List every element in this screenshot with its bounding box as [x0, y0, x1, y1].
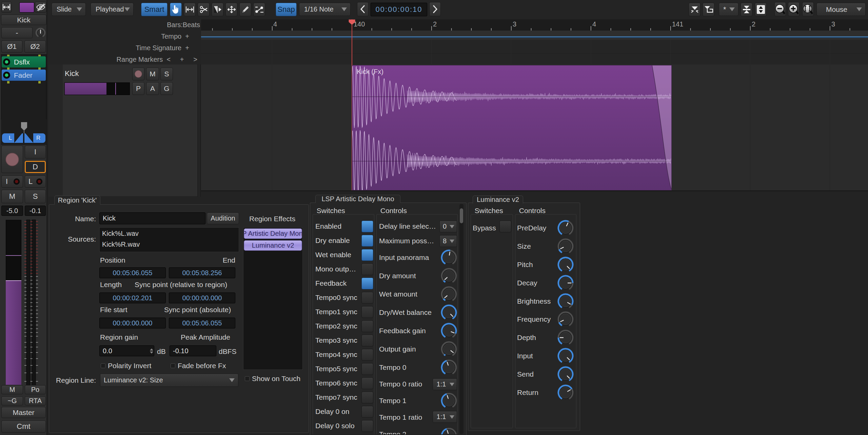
svg-text:L: L — [9, 135, 12, 141]
svg-text:R: R — [36, 135, 40, 141]
